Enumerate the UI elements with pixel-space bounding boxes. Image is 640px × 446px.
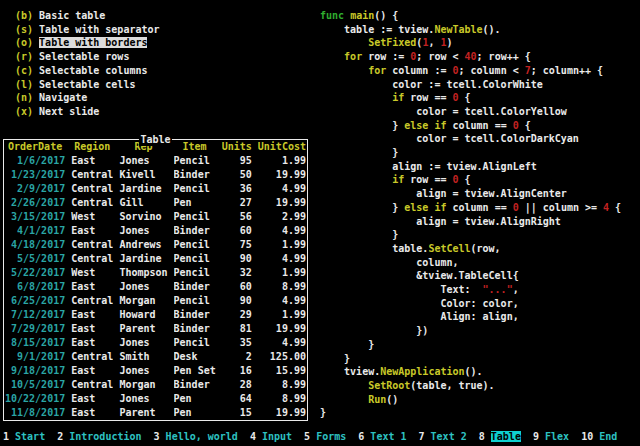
code-token: (). — [465, 366, 483, 377]
table-cell: Smith — [119, 350, 167, 364]
table-cell: 81 — [222, 322, 252, 336]
table-cell: Morgan — [119, 378, 167, 392]
code-token — [320, 37, 368, 48]
table-cell: 6/8/2017 — [5, 280, 65, 294]
code-line: } — [320, 352, 621, 366]
table-cell: Central — [71, 238, 113, 252]
table-cell: 1/23/2017 — [5, 168, 65, 182]
tab-hello-world[interactable]: 3 Hello, world — [154, 431, 238, 442]
table-widget: Table OrderDateRegionRepItemUnitsUnitCos… — [3, 139, 308, 421]
table-cell: 50 — [222, 168, 252, 182]
menu-item-o[interactable]: (o) Table with borders — [15, 36, 160, 50]
table-cell: 10/22/2017 — [5, 392, 65, 406]
table-cell: 9/1/2017 — [5, 350, 65, 364]
code-pane: func main() { table := tview.NewTable().… — [320, 9, 621, 420]
code-line: SetRoot(table, true). — [320, 379, 621, 393]
tab-number: 6 — [358, 431, 364, 442]
code-token: } — [320, 147, 398, 158]
table-cell: Kivell — [119, 168, 167, 182]
table-cell: Central — [71, 378, 113, 392]
code-line: color := tcell.ColorWhite — [320, 78, 621, 92]
table-cell: Central — [71, 182, 113, 196]
code-token: }) — [320, 325, 428, 336]
tab-label: Forms — [316, 431, 346, 442]
table-cell: 7/29/2017 — [5, 322, 65, 336]
code-token: tview. — [320, 366, 380, 377]
tab-text-1[interactable]: 6 Text 1 — [358, 431, 406, 442]
table-row: 9/1/2017CentralSmithDesk2125.00 — [5, 350, 306, 364]
tab-text-2[interactable]: 7 Text 2 — [419, 431, 467, 442]
table-cell: Pencil — [174, 238, 216, 252]
tab-start[interactable]: 1 Start — [3, 431, 45, 442]
code-token: func — [320, 10, 344, 21]
table-cell: 7/12/2017 — [5, 308, 65, 322]
code-token: ) — [446, 37, 452, 48]
code-token: if — [434, 120, 446, 131]
code-line: func main() { — [320, 9, 621, 23]
table-row: 9/18/2017EastJonesPen Set1615.99 — [5, 364, 306, 378]
menu-item-c[interactable]: (c) Selectable columns — [15, 64, 160, 78]
code-token: { — [609, 202, 621, 213]
menu-shortcut-key: (o) — [15, 37, 33, 48]
code-line: column, — [320, 256, 621, 270]
slide-tabs: 1 Start2 Introduction3 Hello, world4 Inp… — [3, 430, 629, 443]
table-cell: 19.99 — [258, 406, 306, 420]
table-cell: 2 — [222, 350, 252, 364]
code-token: 40 — [465, 51, 477, 62]
menu-item-b[interactable]: (b) Basic table — [15, 9, 160, 23]
table-cell: Pen — [174, 196, 216, 210]
table-cell: Jones — [119, 392, 167, 406]
menu-shortcut-key: (s) — [15, 24, 33, 35]
menu-item-label: Navigate — [39, 92, 87, 103]
table-cell: Jones — [119, 280, 167, 294]
table-cell: 4.99 — [258, 224, 306, 238]
tab-end[interactable]: 10 End — [581, 431, 617, 442]
code-token — [320, 92, 392, 103]
menu-item-x[interactable]: (x) Next slide — [15, 105, 160, 119]
code-token: () — [386, 394, 398, 405]
tab-table[interactable]: 8 Table — [479, 431, 521, 442]
table-header-cell: Units — [222, 140, 252, 154]
code-token: align = tview.AlignRight — [320, 216, 561, 227]
table-cell: 4/18/2017 — [5, 238, 65, 252]
table-cell: Pencil — [174, 154, 216, 168]
table-cell: Pencil — [174, 252, 216, 266]
tab-input[interactable]: 4 Input — [250, 431, 292, 442]
code-token: } — [320, 202, 404, 213]
code-token: } — [320, 229, 398, 240]
tab-introduction[interactable]: 2 Introduction — [57, 431, 141, 442]
code-token: &tview.TableCell{ — [320, 270, 519, 281]
menu-item-s[interactable]: (s) Table with separator — [15, 23, 160, 37]
menu-item-n[interactable]: (n) Navigate — [15, 91, 160, 105]
tab-forms[interactable]: 5 Forms — [304, 431, 346, 442]
code-token: color = tcell.ColorDarkCyan — [320, 133, 579, 144]
menu-item-l[interactable]: (l) Selectable cells — [15, 78, 160, 92]
code-line: for column := 0; column < 7; column++ { — [320, 64, 621, 78]
table-title: Table — [139, 133, 171, 146]
table-cell: Parent — [119, 406, 167, 420]
table-cell: Jones — [119, 154, 167, 168]
code-token: , — [428, 37, 440, 48]
code-token — [320, 394, 368, 405]
tab-flex[interactable]: 9 Flex — [533, 431, 569, 442]
table-cell: 2/9/2017 — [5, 182, 65, 196]
table-cell: East — [71, 224, 113, 238]
table-cell: Binder — [174, 322, 216, 336]
menu-item-r[interactable]: (r) Selectable rows — [15, 50, 160, 64]
code-line: align = tview.AlignCenter — [320, 187, 621, 201]
code-token: } — [320, 120, 404, 131]
table-cell: Pencil — [174, 294, 216, 308]
table-cell: 2/26/2017 — [5, 196, 65, 210]
table-cell: West — [71, 266, 113, 280]
table-cell: 1.99 — [258, 308, 306, 322]
table-header-cell: OrderDate — [5, 140, 65, 154]
table-cell: Central — [71, 350, 113, 364]
table-cell: 1/6/2017 — [5, 154, 65, 168]
tab-number: 7 — [419, 431, 425, 442]
code-token: row == — [404, 92, 452, 103]
code-token: SetRoot — [368, 380, 410, 391]
table-cell: Pencil — [174, 336, 216, 350]
table-cell: Sorvino — [119, 210, 167, 224]
tab-number: 1 — [3, 431, 9, 442]
code-token: Align: align, — [320, 311, 519, 322]
